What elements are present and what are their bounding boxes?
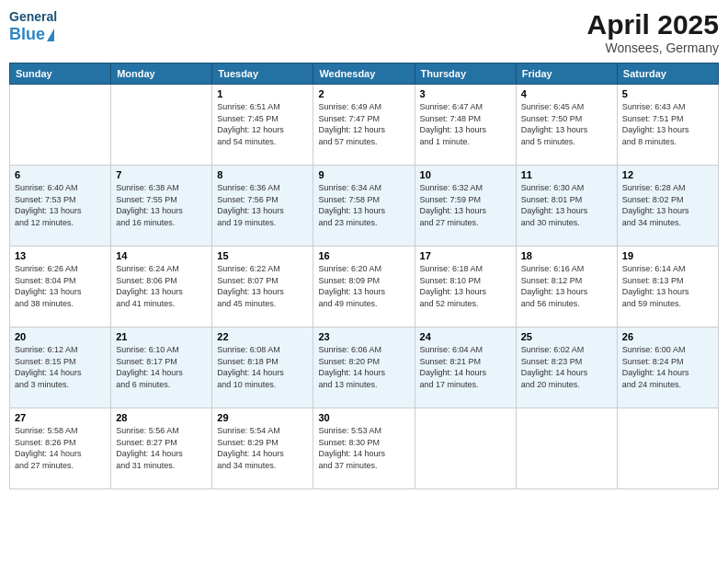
header-sunday: Sunday: [10, 63, 111, 85]
table-row: 4Sunrise: 6:45 AM Sunset: 7:50 PM Daylig…: [516, 85, 617, 166]
table-row: 7Sunrise: 6:38 AM Sunset: 7:55 PM Daylig…: [111, 166, 212, 247]
day-detail: Sunrise: 6:22 AM Sunset: 8:07 PM Dayligh…: [217, 263, 308, 309]
day-detail: Sunrise: 6:40 AM Sunset: 7:53 PM Dayligh…: [15, 182, 106, 228]
table-row: 19Sunrise: 6:14 AM Sunset: 8:13 PM Dayli…: [617, 247, 718, 327]
header-thursday: Thursday: [415, 63, 516, 85]
day-detail: Sunrise: 6:18 AM Sunset: 8:10 PM Dayligh…: [420, 263, 511, 309]
table-row: 5Sunrise: 6:43 AM Sunset: 7:51 PM Daylig…: [617, 85, 718, 166]
day-detail: Sunrise: 6:38 AM Sunset: 7:55 PM Dayligh…: [116, 182, 207, 228]
table-row: [617, 408, 718, 489]
day-number: 17: [420, 250, 511, 261]
table-row: 3Sunrise: 6:47 AM Sunset: 7:48 PM Daylig…: [415, 85, 516, 166]
month-title: April 2025: [587, 9, 719, 40]
day-number: 25: [521, 331, 612, 342]
day-number: 30: [318, 412, 409, 423]
calendar-week-row: 13Sunrise: 6:26 AM Sunset: 8:04 PM Dayli…: [10, 247, 719, 327]
logo: General Blue: [9, 9, 57, 44]
table-row: 17Sunrise: 6:18 AM Sunset: 8:10 PM Dayli…: [415, 247, 516, 327]
day-detail: Sunrise: 6:36 AM Sunset: 7:56 PM Dayligh…: [217, 182, 308, 228]
table-row: [111, 85, 212, 166]
day-number: 8: [217, 169, 308, 180]
table-row: 11Sunrise: 6:30 AM Sunset: 8:01 PM Dayli…: [516, 166, 617, 247]
day-number: 28: [116, 412, 207, 423]
calendar-header-row: Sunday Monday Tuesday Wednesday Thursday…: [10, 63, 719, 85]
day-detail: Sunrise: 6:26 AM Sunset: 8:04 PM Dayligh…: [15, 263, 106, 309]
table-row: 30Sunrise: 5:53 AM Sunset: 8:30 PM Dayli…: [313, 408, 415, 489]
day-detail: Sunrise: 6:06 AM Sunset: 8:20 PM Dayligh…: [318, 344, 409, 390]
day-number: 12: [622, 169, 713, 180]
day-number: 13: [15, 250, 106, 261]
table-row: 10Sunrise: 6:32 AM Sunset: 7:59 PM Dayli…: [415, 166, 516, 247]
day-detail: Sunrise: 6:30 AM Sunset: 8:01 PM Dayligh…: [521, 182, 612, 228]
day-number: 4: [521, 88, 612, 99]
day-detail: Sunrise: 6:02 AM Sunset: 8:23 PM Dayligh…: [521, 344, 612, 390]
day-number: 20: [15, 331, 106, 342]
day-detail: Sunrise: 6:04 AM Sunset: 8:21 PM Dayligh…: [420, 344, 511, 390]
day-number: 3: [420, 88, 511, 99]
table-row: 2Sunrise: 6:49 AM Sunset: 7:47 PM Daylig…: [313, 85, 415, 166]
day-number: 6: [15, 169, 106, 180]
day-detail: Sunrise: 6:47 AM Sunset: 7:48 PM Dayligh…: [420, 101, 511, 147]
header-saturday: Saturday: [617, 63, 718, 85]
day-detail: Sunrise: 5:58 AM Sunset: 8:26 PM Dayligh…: [15, 425, 106, 471]
logo-triangle-icon: [47, 29, 54, 41]
day-detail: Sunrise: 6:49 AM Sunset: 7:47 PM Dayligh…: [318, 101, 409, 147]
calendar-week-row: 27Sunrise: 5:58 AM Sunset: 8:26 PM Dayli…: [10, 408, 719, 489]
table-row: 18Sunrise: 6:16 AM Sunset: 8:12 PM Dayli…: [516, 247, 617, 327]
page: General Blue April 2025 Wonsees, Germany…: [0, 0, 728, 563]
day-detail: Sunrise: 6:34 AM Sunset: 7:58 PM Dayligh…: [318, 182, 409, 228]
table-row: 12Sunrise: 6:28 AM Sunset: 8:02 PM Dayli…: [617, 166, 718, 247]
day-detail: Sunrise: 5:54 AM Sunset: 8:29 PM Dayligh…: [217, 425, 308, 471]
day-detail: Sunrise: 6:00 AM Sunset: 8:24 PM Dayligh…: [622, 344, 713, 390]
day-detail: Sunrise: 6:16 AM Sunset: 8:12 PM Dayligh…: [521, 263, 612, 309]
day-number: 24: [420, 331, 511, 342]
table-row: 24Sunrise: 6:04 AM Sunset: 8:21 PM Dayli…: [415, 327, 516, 408]
title-area: April 2025 Wonsees, Germany: [587, 9, 719, 55]
day-number: 22: [217, 331, 308, 342]
day-number: 9: [318, 169, 409, 180]
logo-blue-text: Blue: [9, 25, 45, 45]
day-detail: Sunrise: 6:51 AM Sunset: 7:45 PM Dayligh…: [217, 101, 308, 147]
header-tuesday: Tuesday: [212, 63, 313, 85]
table-row: 22Sunrise: 6:08 AM Sunset: 8:18 PM Dayli…: [212, 327, 313, 408]
table-row: 14Sunrise: 6:24 AM Sunset: 8:06 PM Dayli…: [111, 247, 212, 327]
header-friday: Friday: [516, 63, 617, 85]
calendar-week-row: 1Sunrise: 6:51 AM Sunset: 7:45 PM Daylig…: [10, 85, 719, 166]
day-number: 26: [622, 331, 713, 342]
day-number: 27: [15, 412, 106, 423]
day-detail: Sunrise: 5:56 AM Sunset: 8:27 PM Dayligh…: [116, 425, 207, 471]
table-row: 6Sunrise: 6:40 AM Sunset: 7:53 PM Daylig…: [10, 166, 111, 247]
day-number: 19: [622, 250, 713, 261]
day-detail: Sunrise: 6:14 AM Sunset: 8:13 PM Dayligh…: [622, 263, 713, 309]
table-row: [516, 408, 617, 489]
day-detail: Sunrise: 5:53 AM Sunset: 8:30 PM Dayligh…: [318, 425, 409, 471]
day-number: 21: [116, 331, 207, 342]
header-area: General Blue April 2025 Wonsees, Germany: [9, 9, 719, 55]
day-number: 29: [217, 412, 308, 423]
day-number: 7: [116, 169, 207, 180]
day-number: 11: [521, 169, 612, 180]
day-number: 15: [217, 250, 308, 261]
table-row: 28Sunrise: 5:56 AM Sunset: 8:27 PM Dayli…: [111, 408, 212, 489]
table-row: 9Sunrise: 6:34 AM Sunset: 7:58 PM Daylig…: [313, 166, 415, 247]
day-detail: Sunrise: 6:32 AM Sunset: 7:59 PM Dayligh…: [420, 182, 511, 228]
table-row: 21Sunrise: 6:10 AM Sunset: 8:17 PM Dayli…: [111, 327, 212, 408]
table-row: 15Sunrise: 6:22 AM Sunset: 8:07 PM Dayli…: [212, 247, 313, 327]
table-row: [415, 408, 516, 489]
calendar-week-row: 6Sunrise: 6:40 AM Sunset: 7:53 PM Daylig…: [10, 166, 719, 247]
logo-general-text: General: [9, 9, 57, 25]
day-detail: Sunrise: 6:20 AM Sunset: 8:09 PM Dayligh…: [318, 263, 409, 309]
table-row: 8Sunrise: 6:36 AM Sunset: 7:56 PM Daylig…: [212, 166, 313, 247]
day-number: 1: [217, 88, 308, 99]
header-monday: Monday: [111, 63, 212, 85]
day-detail: Sunrise: 6:43 AM Sunset: 7:51 PM Dayligh…: [622, 101, 713, 147]
day-number: 10: [420, 169, 511, 180]
day-number: 5: [622, 88, 713, 99]
table-row: 13Sunrise: 6:26 AM Sunset: 8:04 PM Dayli…: [10, 247, 111, 327]
table-row: 1Sunrise: 6:51 AM Sunset: 7:45 PM Daylig…: [212, 85, 313, 166]
table-row: 29Sunrise: 5:54 AM Sunset: 8:29 PM Dayli…: [212, 408, 313, 489]
calendar-table: Sunday Monday Tuesday Wednesday Thursday…: [9, 63, 719, 489]
day-number: 16: [318, 250, 409, 261]
day-detail: Sunrise: 6:10 AM Sunset: 8:17 PM Dayligh…: [116, 344, 207, 390]
table-row: 26Sunrise: 6:00 AM Sunset: 8:24 PM Dayli…: [617, 327, 718, 408]
